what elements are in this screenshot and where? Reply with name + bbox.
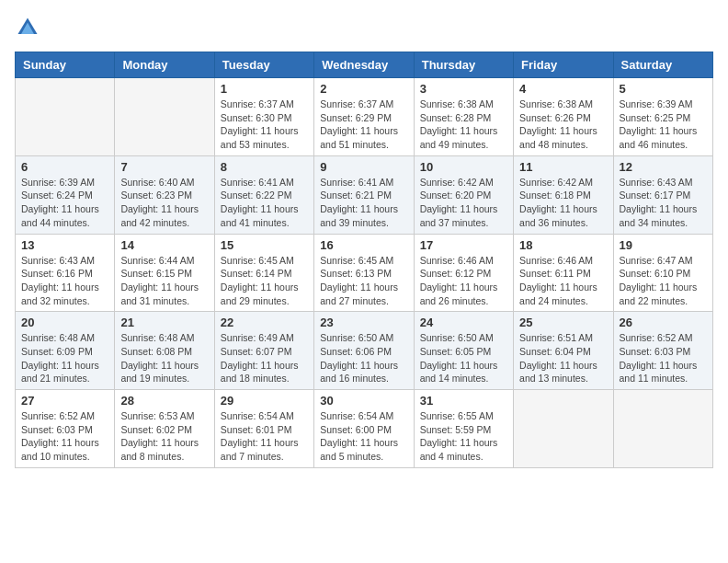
calendar-cell: 30Sunrise: 6:54 AMSunset: 6:00 PMDayligh…: [314, 390, 414, 468]
calendar-cell: 18Sunrise: 6:46 AMSunset: 6:11 PMDayligh…: [514, 234, 613, 312]
calendar-cell: 21Sunrise: 6:48 AMSunset: 6:08 PMDayligh…: [115, 312, 214, 390]
day-info: Sunrise: 6:46 AMSunset: 6:12 PMDaylight:…: [420, 254, 507, 308]
day-number: 9: [320, 160, 407, 174]
calendar-cell: 31Sunrise: 6:55 AMSunset: 5:59 PMDayligh…: [414, 390, 513, 468]
calendar-cell: [115, 78, 214, 156]
day-number: 14: [120, 238, 208, 252]
day-info: Sunrise: 6:47 AMSunset: 6:10 PMDaylight:…: [620, 254, 707, 308]
day-info: Sunrise: 6:54 AMSunset: 6:00 PMDaylight:…: [320, 409, 407, 464]
logo: [15, 15, 44, 40]
calendar-cell: 16Sunrise: 6:45 AMSunset: 6:13 PMDayligh…: [314, 234, 414, 312]
weekday-header-tuesday: Tuesday: [214, 52, 313, 78]
calendar-week-3: 13Sunrise: 6:43 AMSunset: 6:16 PMDayligh…: [16, 234, 713, 312]
day-number: 28: [120, 394, 208, 408]
day-number: 22: [221, 316, 308, 329]
day-info: Sunrise: 6:46 AMSunset: 6:11 PMDaylight:…: [519, 254, 607, 308]
day-info: Sunrise: 6:39 AMSunset: 6:24 PMDaylight:…: [21, 176, 108, 230]
day-number: 19: [620, 238, 707, 252]
calendar-week-1: 1Sunrise: 6:37 AMSunset: 6:30 PMDaylight…: [16, 78, 713, 156]
calendar-cell: 17Sunrise: 6:46 AMSunset: 6:12 PMDayligh…: [414, 234, 513, 312]
calendar-cell: 29Sunrise: 6:54 AMSunset: 6:01 PMDayligh…: [214, 390, 313, 468]
calendar-cell: 11Sunrise: 6:42 AMSunset: 6:18 PMDayligh…: [514, 155, 613, 234]
day-number: 18: [519, 238, 607, 252]
calendar-cell: 19Sunrise: 6:47 AMSunset: 6:10 PMDayligh…: [613, 234, 712, 312]
day-number: 27: [21, 394, 108, 408]
calendar-cell: 5Sunrise: 6:39 AMSunset: 6:25 PMDaylight…: [613, 78, 712, 156]
calendar-cell: 6Sunrise: 6:39 AMSunset: 6:24 PMDaylight…: [16, 155, 115, 234]
day-info: Sunrise: 6:42 AMSunset: 6:18 PMDaylight:…: [519, 176, 607, 230]
calendar-cell: 1Sunrise: 6:37 AMSunset: 6:30 PMDaylight…: [214, 78, 313, 156]
calendar-cell: 7Sunrise: 6:40 AMSunset: 6:23 PMDaylight…: [115, 155, 214, 234]
weekday-header-saturday: Saturday: [613, 52, 712, 78]
day-info: Sunrise: 6:38 AMSunset: 6:26 PMDaylight:…: [519, 98, 607, 152]
day-info: Sunrise: 6:45 AMSunset: 6:14 PMDaylight:…: [221, 254, 308, 308]
day-info: Sunrise: 6:37 AMSunset: 6:29 PMDaylight:…: [320, 98, 407, 152]
calendar-cell: 28Sunrise: 6:53 AMSunset: 6:02 PMDayligh…: [115, 390, 214, 468]
day-number: 6: [21, 160, 108, 174]
day-info: Sunrise: 6:39 AMSunset: 6:25 PMDaylight:…: [620, 98, 707, 152]
day-number: 20: [21, 316, 108, 329]
calendar-cell: 22Sunrise: 6:49 AMSunset: 6:07 PMDayligh…: [214, 312, 313, 390]
day-info: Sunrise: 6:43 AMSunset: 6:16 PMDaylight:…: [21, 254, 108, 308]
calendar-cell: 12Sunrise: 6:43 AMSunset: 6:17 PMDayligh…: [613, 155, 712, 234]
calendar-header-row: SundayMondayTuesdayWednesdayThursdayFrid…: [16, 52, 713, 78]
day-number: 4: [519, 82, 607, 96]
day-info: Sunrise: 6:49 AMSunset: 6:07 PMDaylight:…: [221, 331, 308, 385]
calendar-cell: 9Sunrise: 6:41 AMSunset: 6:21 PMDaylight…: [314, 155, 414, 234]
day-number: 16: [320, 238, 407, 252]
calendar-cell: 23Sunrise: 6:50 AMSunset: 6:06 PMDayligh…: [314, 312, 414, 390]
calendar-cell: 2Sunrise: 6:37 AMSunset: 6:29 PMDaylight…: [314, 78, 414, 156]
day-info: Sunrise: 6:52 AMSunset: 6:03 PMDaylight:…: [21, 409, 108, 464]
day-number: 24: [420, 316, 507, 329]
day-number: 30: [320, 394, 407, 408]
day-info: Sunrise: 6:50 AMSunset: 6:06 PMDaylight:…: [320, 331, 407, 385]
day-info: Sunrise: 6:51 AMSunset: 6:04 PMDaylight:…: [519, 331, 607, 385]
day-number: 5: [620, 82, 707, 96]
day-info: Sunrise: 6:44 AMSunset: 6:15 PMDaylight:…: [120, 254, 208, 308]
calendar-week-2: 6Sunrise: 6:39 AMSunset: 6:24 PMDaylight…: [16, 155, 713, 234]
calendar-cell: 20Sunrise: 6:48 AMSunset: 6:09 PMDayligh…: [16, 312, 115, 390]
weekday-header-friday: Friday: [514, 52, 613, 78]
day-number: 1: [221, 82, 308, 96]
day-number: 26: [620, 316, 707, 329]
day-number: 21: [120, 316, 208, 329]
calendar-cell: [16, 78, 115, 156]
day-number: 13: [21, 238, 108, 252]
calendar-cell: 27Sunrise: 6:52 AMSunset: 6:03 PMDayligh…: [16, 390, 115, 468]
calendar-cell: 10Sunrise: 6:42 AMSunset: 6:20 PMDayligh…: [414, 155, 513, 234]
logo-icon: [15, 15, 40, 40]
weekday-header-wednesday: Wednesday: [314, 52, 414, 78]
calendar-cell: 15Sunrise: 6:45 AMSunset: 6:14 PMDayligh…: [214, 234, 313, 312]
day-info: Sunrise: 6:55 AMSunset: 5:59 PMDaylight:…: [420, 409, 507, 464]
calendar-table: SundayMondayTuesdayWednesdayThursdayFrid…: [15, 52, 713, 468]
calendar-cell: 3Sunrise: 6:38 AMSunset: 6:28 PMDaylight…: [414, 78, 513, 156]
day-number: 23: [320, 316, 407, 329]
day-info: Sunrise: 6:38 AMSunset: 6:28 PMDaylight:…: [420, 98, 507, 152]
day-info: Sunrise: 6:48 AMSunset: 6:08 PMDaylight:…: [120, 331, 208, 385]
calendar-cell: [613, 390, 712, 468]
day-info: Sunrise: 6:53 AMSunset: 6:02 PMDaylight:…: [120, 409, 208, 464]
day-number: 8: [221, 160, 308, 174]
day-info: Sunrise: 6:48 AMSunset: 6:09 PMDaylight:…: [21, 331, 108, 385]
weekday-header-thursday: Thursday: [414, 52, 513, 78]
calendar-cell: 13Sunrise: 6:43 AMSunset: 6:16 PMDayligh…: [16, 234, 115, 312]
day-info: Sunrise: 6:41 AMSunset: 6:21 PMDaylight:…: [320, 176, 407, 230]
calendar-week-4: 20Sunrise: 6:48 AMSunset: 6:09 PMDayligh…: [16, 312, 713, 390]
page-header: [15, 15, 713, 40]
day-number: 3: [420, 82, 507, 96]
calendar-cell: 25Sunrise: 6:51 AMSunset: 6:04 PMDayligh…: [514, 312, 613, 390]
day-number: 11: [519, 160, 607, 174]
day-number: 17: [420, 238, 507, 252]
day-number: 12: [620, 160, 707, 174]
day-info: Sunrise: 6:45 AMSunset: 6:13 PMDaylight:…: [320, 254, 407, 308]
day-info: Sunrise: 6:50 AMSunset: 6:05 PMDaylight:…: [420, 331, 507, 385]
weekday-header-monday: Monday: [115, 52, 214, 78]
calendar-week-5: 27Sunrise: 6:52 AMSunset: 6:03 PMDayligh…: [16, 390, 713, 468]
day-number: 2: [320, 82, 407, 96]
day-number: 15: [221, 238, 308, 252]
calendar-cell: 14Sunrise: 6:44 AMSunset: 6:15 PMDayligh…: [115, 234, 214, 312]
day-number: 31: [420, 394, 507, 408]
day-number: 25: [519, 316, 607, 329]
day-info: Sunrise: 6:43 AMSunset: 6:17 PMDaylight:…: [620, 176, 707, 230]
day-number: 10: [420, 160, 507, 174]
